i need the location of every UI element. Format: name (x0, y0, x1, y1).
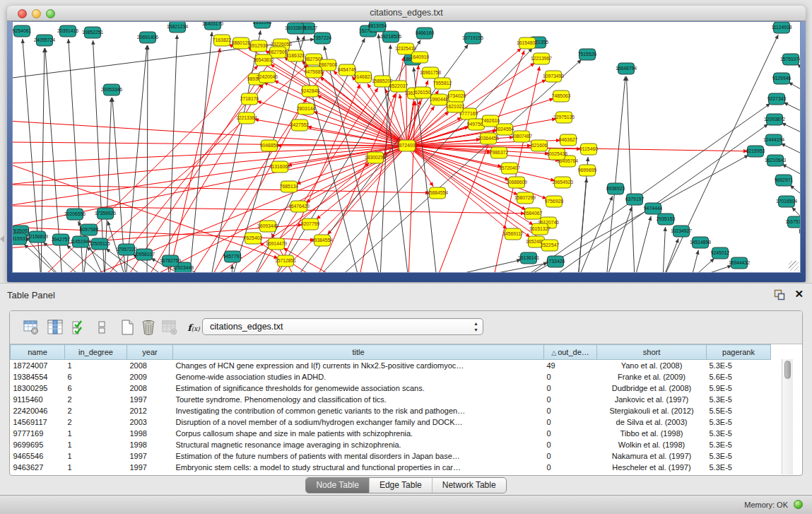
graph-node[interactable]: 18300295 (365, 152, 386, 163)
graph-node[interactable]: 8427552 (290, 119, 310, 131)
graph-node[interactable]: 16151327 (529, 223, 551, 235)
table-settings-button[interactable] (21, 317, 41, 337)
table-row[interactable]: 1938455462009Genome-wide association stu… (11, 371, 771, 382)
graph-node[interactable]: 8466160 (416, 28, 435, 39)
graph-node[interactable]: 8813054 (368, 22, 387, 32)
tab-network-table[interactable]: Network Table (432, 478, 506, 493)
table-scrollbar-thumb[interactable] (784, 361, 791, 379)
graph-node[interactable]: 19384554 (312, 235, 333, 246)
window-titlebar[interactable]: citations_edges.txt (7, 6, 806, 21)
graph-node[interactable]: 15751074 (780, 54, 801, 65)
graph-node[interactable]: 12505115 (89, 238, 110, 250)
network-canvas[interactable]: 9254061240557242039141610852251206914061… (12, 21, 801, 273)
table-row[interactable]: 946554611997Estimation of the future num… (11, 450, 771, 462)
graph-node[interactable]: 11124938 (771, 22, 792, 33)
graph-node[interactable]: 9115460 (579, 144, 598, 155)
graph-node[interactable]: 17016504 (776, 196, 797, 207)
graph-node[interactable]: 9227343 (767, 93, 787, 105)
graph-node[interactable]: 9463627 (559, 134, 578, 146)
graph-node[interactable]: 16961758 (420, 67, 441, 78)
graph-node[interactable]: 8215953 (746, 146, 765, 157)
graph-node[interactable]: 7515526 (578, 49, 597, 60)
graph-node[interactable]: 19218506 (380, 31, 401, 42)
graph-node[interactable]: 2935153 (657, 214, 676, 225)
graph-node[interactable]: 16210643 (765, 155, 786, 166)
table-row[interactable]: 969969511998Structural magnetic resonanc… (11, 439, 771, 450)
graph-node[interactable]: 20391416 (57, 25, 78, 37)
graph-node[interactable]: 6734028 (447, 90, 466, 102)
graph-node[interactable]: 2684067 (524, 208, 543, 219)
graph-node[interactable]: 8912936 (249, 40, 269, 52)
graph-node[interactable]: 3942757 (52, 234, 71, 245)
graph-node[interactable]: 9242848 (301, 86, 320, 97)
graph-node[interactable]: 15807299 (514, 192, 536, 204)
graph-node[interactable]: 12444194 (763, 134, 784, 146)
table-row[interactable]: 1456911722003Disruption of a novel membe… (11, 416, 771, 428)
graph-node[interactable]: 7625402 (244, 233, 263, 244)
graph-node[interactable]: 1733426 (546, 256, 565, 267)
graph-node[interactable]: 11675330 (785, 216, 801, 228)
graph-node[interactable]: 8860128 (232, 37, 251, 49)
graph-node[interactable]: 15884554 (427, 187, 448, 199)
graph-node[interactable]: 16136141 (518, 252, 539, 264)
graph-node[interactable]: 16944432 (729, 257, 750, 269)
graph-node[interactable]: 8186328 (286, 50, 305, 62)
column-header-name[interactable]: name (11, 345, 65, 360)
select-column-button[interactable] (45, 317, 65, 337)
graph-node[interactable]: 10852251 (82, 27, 103, 38)
column-header-year[interactable]: year (127, 345, 173, 360)
graph-node[interactable]: 10688609 (506, 177, 527, 188)
column-header-pagerank[interactable]: pagerank (707, 345, 771, 360)
graph-node[interactable]: 2522547 (541, 240, 560, 251)
graph-node[interactable]: 16782759 (160, 255, 181, 267)
graph-node[interactable]: 9048856 (260, 140, 279, 151)
graph-node[interactable]: 6379197 (625, 194, 645, 205)
graph-node[interactable]: 621606 (531, 140, 548, 151)
table-row[interactable]: 1830029562008Estimation of significance … (11, 382, 771, 394)
graph-node[interactable]: 16033809 (285, 23, 306, 34)
graph-node[interactable]: 18724007 (396, 140, 418, 151)
graph-node[interactable]: 10958107 (134, 249, 155, 260)
table-row[interactable]: 1872400712008Changes of HCN gene express… (11, 360, 771, 371)
graph-node[interactable]: 9475685 (305, 66, 324, 78)
graph-node[interactable]: 7357224 (313, 33, 332, 44)
graph-node[interactable]: 9692971 (775, 175, 794, 186)
graph-node[interactable]: 11316068 (269, 161, 290, 173)
float-panel-icon[interactable] (774, 289, 785, 300)
graph-node[interactable]: 9457791 (223, 251, 242, 262)
graph-node[interactable]: 2718176 (240, 93, 259, 105)
graph-node[interactable]: 10719155 (462, 33, 483, 44)
delete-table-button-disabled[interactable] (160, 317, 180, 337)
graph-node[interactable]: 20053346 (101, 84, 122, 95)
table-row[interactable]: 2242004622012Investigating the contribut… (11, 405, 771, 416)
graph-node[interactable]: 15821234 (167, 22, 188, 33)
graph-node[interactable]: 20206556 (64, 209, 86, 220)
table-row[interactable]: 977716911998Corpus callosum shape and si… (11, 428, 771, 439)
graph-node[interactable]: 10025438 (546, 148, 567, 160)
graph-node[interactable]: 16154808 (517, 37, 538, 49)
table-row[interactable]: 946362711997Embryonic stem cells: a mode… (11, 462, 771, 473)
select-all-rows-button[interactable] (69, 317, 89, 337)
graph-node[interactable]: 9474444 (644, 203, 663, 214)
graph-node[interactable]: 3024554 (495, 124, 514, 135)
graph-node[interactable]: 9699695 (578, 165, 597, 176)
graph-node[interactable]: 9756928 (545, 196, 564, 207)
graph-node[interactable]: 9207799 (301, 218, 320, 230)
graph-node[interactable]: 7485063 (552, 90, 571, 102)
graph-node[interactable]: 11451944 (70, 236, 91, 247)
tab-node-table[interactable]: Node Table (306, 478, 369, 493)
graph-node[interactable]: 24055724 (34, 35, 55, 46)
window-resize-grip[interactable] (789, 261, 799, 271)
graph-node[interactable]: 10807487 (511, 131, 532, 142)
graph-node[interactable]: 7163822 (213, 35, 232, 46)
graph-node[interactable]: 15712851 (275, 255, 296, 267)
column-header-title[interactable]: title (173, 345, 544, 360)
graph-node[interactable]: 12156819 (27, 231, 48, 243)
citation-network-graph[interactable]: 9254061240557242039141610852251206914061… (13, 22, 801, 273)
graph-node[interactable]: 1990448 (430, 94, 449, 105)
graph-node[interactable]: 9129946 (772, 73, 792, 84)
table-selector-dropdown[interactable]: citations_edges.txt ▲▼ (202, 318, 483, 335)
graph-node[interactable]: 10234927 (671, 226, 692, 237)
graph-node[interactable]: 12975135 (553, 112, 575, 123)
graph-node[interactable]: 16914479 (266, 238, 287, 250)
